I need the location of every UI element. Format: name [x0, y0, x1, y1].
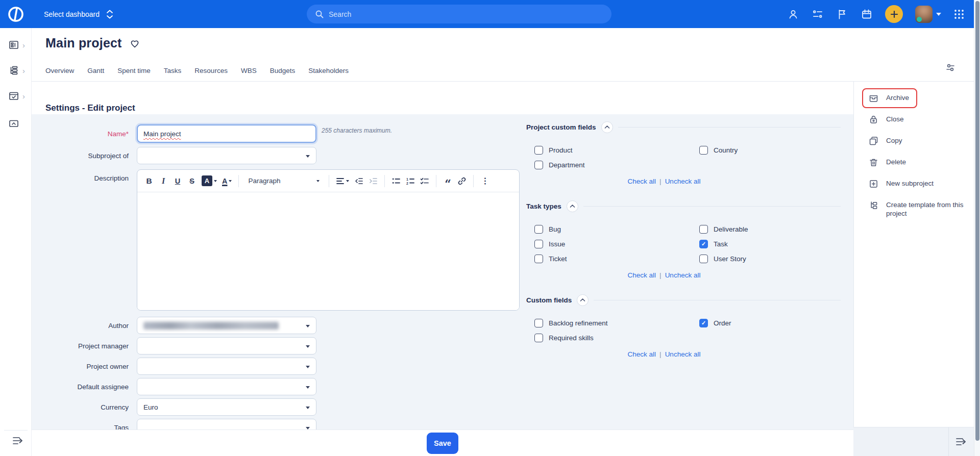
underline-button[interactable]: U: [171, 174, 184, 188]
collapse-section-button[interactable]: [577, 294, 589, 306]
todo-list-button[interactable]: [418, 174, 431, 188]
checkbox-order[interactable]: Order: [699, 319, 841, 327]
tags-label: Tags: [45, 424, 129, 430]
grid-menu-icon[interactable]: [953, 9, 965, 20]
dashboard-swap-icon[interactable]: [106, 9, 114, 20]
sidebar-item-collapse[interactable]: [8, 118, 19, 129]
favorite-heart-icon[interactable]: [129, 38, 140, 49]
section-divider: [583, 206, 841, 207]
tab-wbs[interactable]: WBS: [241, 67, 257, 74]
checkbox-box: [534, 319, 543, 327]
flag-icon[interactable]: [836, 8, 848, 20]
italic-button[interactable]: I: [157, 174, 170, 188]
tab-stakeholders[interactable]: Stakeholders: [308, 67, 349, 74]
menu-item-delete[interactable]: Delete: [867, 153, 974, 172]
logo-icon: [7, 5, 25, 23]
checkbox-backlog-refinement[interactable]: Backlog refinement: [534, 319, 699, 327]
check-all-link[interactable]: Check all: [628, 178, 656, 185]
project-owner-label: Project owner: [45, 363, 129, 370]
sidebar-item-projects[interactable]: ›: [8, 65, 25, 76]
checkbox-user-story[interactable]: User Story: [699, 255, 841, 263]
search-placeholder: Search: [329, 10, 351, 18]
save-button[interactable]: Save: [427, 433, 458, 454]
name-input[interactable]: Main project: [137, 124, 316, 143]
select-dashboard-button[interactable]: Select dashboard: [44, 10, 100, 18]
section-title: Task types: [526, 202, 561, 210]
checkbox-issue[interactable]: Issue: [534, 240, 699, 248]
bulleted-list-button[interactable]: [389, 174, 403, 188]
project-tree-icon: [8, 65, 19, 76]
paragraph-dropdown[interactable]: Paragraph: [243, 173, 324, 189]
menu-item-close[interactable]: Close: [867, 110, 974, 130]
numbered-list-button[interactable]: 12: [404, 174, 417, 188]
main-content: Settings - Edit project Name* Main proje…: [32, 82, 853, 429]
subproject-select[interactable]: [137, 147, 316, 164]
tab-spent-time[interactable]: Spent time: [117, 67, 151, 74]
checkbox-task[interactable]: Task: [699, 240, 841, 248]
outdent-button[interactable]: [352, 174, 365, 188]
check-all-link[interactable]: Check all: [628, 271, 656, 279]
tab-resources[interactable]: Resources: [194, 67, 228, 74]
author-row: Author: [45, 317, 535, 334]
page-scrollbar[interactable]: [974, 0, 980, 456]
tags-select[interactable]: [137, 419, 316, 429]
indent-button[interactable]: [366, 174, 380, 188]
search-input[interactable]: Search: [307, 5, 611, 23]
account-menu[interactable]: [915, 6, 941, 23]
checkbox-country[interactable]: Country: [699, 146, 841, 155]
alignment-button[interactable]: [334, 174, 351, 188]
collapse-section-button[interactable]: [567, 200, 578, 212]
page-settings-button[interactable]: [943, 62, 958, 74]
toolbar-more-button[interactable]: ⋮: [478, 174, 492, 188]
plus-icon: [890, 10, 899, 19]
strikethrough-button[interactable]: S: [185, 174, 199, 188]
link-button[interactable]: [455, 174, 469, 188]
menu-item-create-template[interactable]: Create template from this project: [867, 195, 974, 223]
checkbox-ticket[interactable]: Ticket: [534, 255, 699, 263]
menu-item-archive[interactable]: Archive: [867, 88, 974, 108]
tab-overview[interactable]: Overview: [45, 67, 74, 74]
sidebar-item-tasks[interactable]: ›: [8, 90, 25, 102]
checklist-icon[interactable]: [812, 8, 824, 20]
default-assignee-select[interactable]: [137, 378, 316, 395]
tab-budgets[interactable]: Budgets: [270, 67, 296, 74]
check-all-link[interactable]: Check all: [628, 350, 656, 358]
expand-right-panel-button[interactable]: [954, 436, 968, 448]
bold-button[interactable]: B: [142, 174, 156, 188]
menu-item-copy[interactable]: Copy: [867, 131, 974, 151]
checkbox-product[interactable]: Product: [534, 146, 699, 155]
checkbox-deliverable[interactable]: Deliverable: [699, 225, 841, 234]
uncheck-all-link[interactable]: Uncheck all: [665, 350, 701, 358]
project-manager-select[interactable]: [137, 337, 316, 354]
scrollbar-thumb[interactable]: [975, 1, 979, 441]
description-textarea[interactable]: [137, 192, 519, 310]
app-logo[interactable]: [0, 0, 32, 28]
currency-select[interactable]: Euro: [137, 398, 316, 416]
checkbox-bug[interactable]: Bug: [534, 225, 699, 234]
collapse-section-button[interactable]: [601, 121, 613, 133]
person-icon[interactable]: [787, 8, 799, 20]
description-editor[interactable]: B I U S A A Paragraph: [137, 169, 520, 311]
uncheck-all-link[interactable]: Uncheck all: [665, 178, 701, 185]
project-owner-select[interactable]: [137, 358, 316, 375]
checkbox-box: [534, 225, 543, 234]
checkbox-department[interactable]: Department: [534, 161, 699, 169]
tab-tasks[interactable]: Tasks: [164, 67, 182, 74]
checkbox-box: [699, 240, 708, 248]
avatar[interactable]: [915, 6, 933, 23]
expand-sidebar-button[interactable]: [11, 435, 24, 447]
sidebar-item-dashboards[interactable]: ›: [8, 39, 25, 50]
block-quote-button[interactable]: “: [441, 174, 454, 188]
menu-item-new-subproject[interactable]: New subproject: [867, 174, 974, 194]
checkbox-required-skills[interactable]: Required skills: [534, 334, 699, 342]
author-select[interactable]: [137, 317, 316, 334]
font-color-button[interactable]: A: [220, 174, 234, 188]
add-button[interactable]: [885, 5, 903, 23]
tab-gantt[interactable]: Gantt: [87, 67, 104, 74]
checkbox-box: [534, 146, 543, 155]
calendar-icon[interactable]: [861, 8, 873, 20]
uncheck-all-link[interactable]: Uncheck all: [665, 271, 701, 279]
chevron-up-icon: [580, 298, 585, 302]
font-background-button[interactable]: A: [200, 174, 219, 188]
edit-project-panel: Name* Main project 255 characters maximu…: [32, 114, 853, 429]
